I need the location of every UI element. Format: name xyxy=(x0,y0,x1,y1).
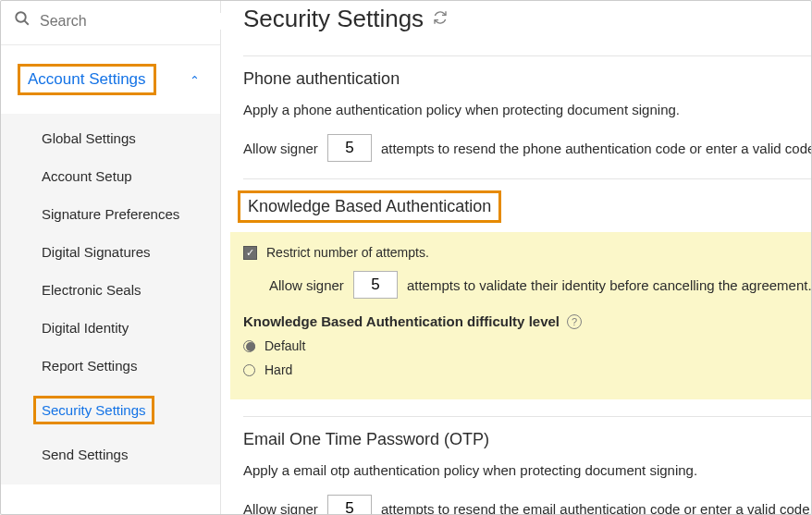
section-otp: Email One Time Password (OTP) Apply a em… xyxy=(243,416,811,514)
chevron-up-icon: ⌄ xyxy=(190,73,200,87)
kba-attempts-suffix: attempts to validate their identity befo… xyxy=(407,277,811,293)
kba-difficulty-title-row: Knowledge Based Authentication difficult… xyxy=(243,313,811,329)
otp-attempts-input[interactable] xyxy=(327,495,372,514)
page-title: Security Settings xyxy=(243,5,424,33)
phone-attempts-prefix: Allow signer xyxy=(243,141,318,156)
section-desc-phone: Apply a phone authentication policy when… xyxy=(243,102,811,117)
kba-restrict-label: Restrict number of attempts. xyxy=(266,245,429,260)
sidebar-item-digital-identity[interactable]: Digital Identity xyxy=(1,309,220,347)
kba-radio-default-row: Default xyxy=(243,338,811,353)
sidebar-header-label: Account Settings xyxy=(18,64,156,95)
sidebar-subnav: Global Settings Account Setup Signature … xyxy=(1,114,220,484)
sidebar-item-account-setup[interactable]: Account Setup xyxy=(1,157,220,195)
sidebar-item-digital-signatures[interactable]: Digital Signatures xyxy=(1,233,220,271)
sidebar-item-signature-preferences[interactable]: Signature Preferences xyxy=(1,195,220,233)
kba-radio-hard[interactable] xyxy=(243,364,255,376)
kba-attempts-prefix: Allow signer xyxy=(269,277,344,293)
section-desc-otp: Apply a email otp authentication policy … xyxy=(243,462,811,478)
sidebar-item-send-settings[interactable]: Send Settings xyxy=(1,435,220,473)
kba-radio-default-label: Default xyxy=(265,338,305,353)
svg-point-0 xyxy=(16,12,26,22)
section-phone-authentication: Phone authentication Apply a phone authe… xyxy=(243,55,811,178)
search-input[interactable] xyxy=(40,13,225,30)
page-title-row: Security Settings xyxy=(243,5,811,33)
kba-difficulty-title: Knowledge Based Authentication difficult… xyxy=(243,313,560,329)
kba-restrict-row: ✓ Restrict number of attempts. xyxy=(243,245,811,260)
phone-attempts-suffix: attempts to resend the phone authenticat… xyxy=(381,141,811,156)
kba-body: ✓ Restrict number of attempts. Allow sig… xyxy=(230,232,811,399)
otp-attempts-prefix: Allow signer xyxy=(243,501,318,515)
otp-attempts-suffix: attempts to resend the email authenticat… xyxy=(381,501,810,515)
sidebar-item-security-settings[interactable]: Security Settings xyxy=(1,385,220,435)
kba-restrict-checkbox[interactable]: ✓ xyxy=(243,246,257,260)
section-kba: Knowledge Based Authentication ✓ Restric… xyxy=(243,178,811,416)
phone-attempts-input[interactable] xyxy=(327,134,372,162)
refresh-icon[interactable] xyxy=(433,10,448,29)
kba-attempts-input[interactable] xyxy=(353,271,398,299)
svg-line-1 xyxy=(25,21,29,25)
otp-attempts-setting: Allow signer attempts to resend the emai… xyxy=(243,495,811,514)
kba-attempts-setting: Allow signer attempts to validate their … xyxy=(269,271,811,299)
phone-attempts-setting: Allow signer attempts to resend the phon… xyxy=(243,134,811,162)
section-title-phone: Phone authentication xyxy=(243,69,811,89)
sidebar-item-global-settings[interactable]: Global Settings xyxy=(1,119,220,157)
sidebar-item-electronic-seals[interactable]: Electronic Seals xyxy=(1,271,220,309)
kba-radio-hard-row: Hard xyxy=(243,362,811,377)
kba-radio-hard-label: Hard xyxy=(265,362,292,377)
main-content: Security Settings Phone authentication A… xyxy=(221,1,811,514)
section-title-kba: Knowledge Based Authentication xyxy=(238,190,501,223)
sidebar-item-report-settings[interactable]: Report Settings xyxy=(1,347,220,385)
sidebar-header-account-settings[interactable]: Account Settings ⌄ xyxy=(8,55,213,104)
kba-radio-default[interactable] xyxy=(243,340,255,352)
section-title-otp: Email One Time Password (OTP) xyxy=(243,430,811,449)
sidebar: Account Settings ⌄ Global Settings Accou… xyxy=(1,1,221,514)
help-icon[interactable]: ? xyxy=(567,314,582,329)
search-icon xyxy=(14,10,31,31)
search-row xyxy=(1,1,220,45)
